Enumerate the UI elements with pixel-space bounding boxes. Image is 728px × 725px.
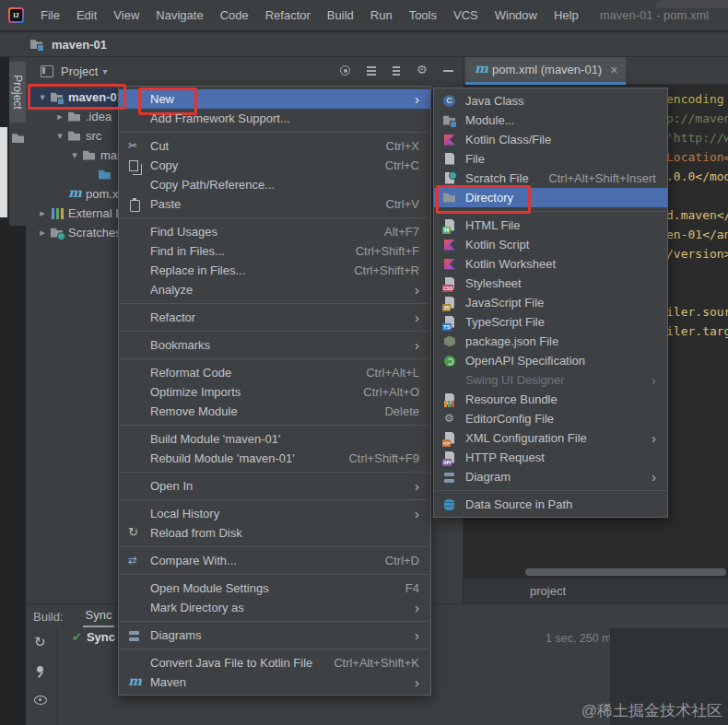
submenu-item[interactable]: Java Class › — [434, 91, 667, 111]
expand-all-icon[interactable] — [364, 64, 380, 78]
submenu-item[interactable]: JavaScript File › — [434, 293, 667, 312]
tree-chevron-icon[interactable]: ▾ — [53, 130, 67, 142]
menubar-item[interactable]: Refactor — [257, 0, 319, 31]
submenu-item[interactable]: TypeScript File › — [434, 312, 667, 332]
context-menu-item[interactable]: Paste Ctrl+V › — [119, 194, 430, 214]
code-line — [666, 283, 728, 302]
tree-chevron-icon[interactable]: ▾ — [67, 149, 82, 161]
context-menu-item[interactable]: Open Module Settings F4 › — [119, 579, 430, 598]
context-menu-item[interactable]: Reload from Disk › — [119, 523, 430, 543]
menu-item-label: Stylesheet — [465, 276, 522, 290]
submenu-item[interactable]: Diagram › — [434, 467, 667, 486]
menubar-item[interactable]: Tools — [401, 0, 445, 31]
maven-icon — [67, 187, 81, 202]
submenu-item[interactable]: Data Source in Path › — [434, 495, 667, 514]
menubar-item[interactable]: Window — [487, 0, 546, 31]
submenu-item[interactable]: Swing UI Designer › — [434, 370, 667, 390]
project-view-icon — [40, 64, 55, 78]
submenu-item[interactable]: XML Configuration File › — [434, 428, 667, 448]
menubar-item[interactable]: Code — [212, 0, 257, 31]
submenu-item[interactable]: Directory › — [434, 188, 667, 207]
submenu-item[interactable]: EditorConfig File › — [434, 409, 667, 428]
paste-icon — [127, 197, 143, 212]
context-menu-item[interactable]: Maven › — [119, 672, 430, 692]
submenu-item[interactable]: Scratch File Ctrl+Alt+Shift+Insert › — [434, 169, 667, 188]
submenu-item[interactable]: Kotlin Worksheet › — [434, 254, 667, 274]
menubar-item[interactable]: VCS — [445, 0, 487, 31]
submenu-item[interactable]: Kotlin Class/File › — [434, 130, 667, 149]
chevron-down-icon[interactable]: ▾ — [102, 66, 107, 76]
tree-chevron-icon[interactable]: ▸ — [35, 227, 50, 239]
tree-chevron-icon[interactable]: ▸ — [53, 111, 67, 123]
menu-item-label: Open In — [150, 479, 193, 493]
context-menu-item[interactable]: New › — [119, 89, 430, 109]
submenu-item[interactable]: package.json File › — [434, 332, 667, 351]
context-menu-item[interactable]: Mark Directory as › — [119, 598, 430, 617]
context-menu-item[interactable]: Replace in Files... Ctrl+Shift+R › — [119, 261, 430, 280]
context-menu-item[interactable]: Local History › — [119, 504, 430, 523]
submenu-item[interactable]: HTML File › — [434, 216, 667, 235]
context-menu-item[interactable]: Copy Ctrl+C › — [119, 156, 430, 175]
locate-icon[interactable] — [338, 64, 354, 78]
horizontal-scrollbar[interactable] — [525, 568, 726, 576]
navbar-module[interactable]: maven-01 — [52, 38, 107, 52]
submenu-item[interactable]: File › — [434, 149, 667, 169]
pin-icon[interactable] — [33, 664, 49, 679]
menubar-item[interactable]: Build — [319, 0, 362, 31]
context-menu-item[interactable]: Diagrams › — [119, 626, 430, 645]
context-menu-item[interactable]: Build Module 'maven-01' › — [119, 429, 430, 449]
menu-item-label: Java Class — [465, 94, 524, 108]
breadcrumb-item[interactable]: project — [530, 584, 566, 598]
context-menu-item[interactable]: Convert Java File to Kotlin File Ctrl+Al… — [119, 653, 430, 672]
context-menu-item[interactable]: Add Framework Support... › — [119, 109, 430, 128]
submenu-item[interactable]: Stylesheet › — [434, 274, 667, 293]
menu-item-label: Mark Directory as — [150, 601, 244, 614]
project-view-title[interactable]: Project — [61, 64, 98, 78]
collapse-all-icon[interactable] — [390, 64, 405, 78]
context-menu-item[interactable]: Find Usages Alt+F7 › — [119, 222, 430, 241]
submenu-item[interactable]: Module... › — [434, 111, 667, 130]
kotlin-icon — [442, 257, 458, 272]
submenu-item[interactable]: OpenAPI Specification › — [434, 351, 667, 370]
editor-tab-pomxml[interactable]: pom.xml (maven-01) × — [465, 57, 626, 85]
build-tab-sync[interactable]: Sync — [83, 606, 115, 627]
preview-icon[interactable] — [33, 693, 49, 707]
context-menu-item[interactable]: Analyze › — [119, 280, 430, 299]
scratch-file-icon — [442, 171, 458, 186]
menubar-item[interactable]: View — [105, 0, 147, 31]
tree-row-label: .idea — [86, 110, 112, 123]
submenu-item[interactable]: HTTP Request › — [434, 448, 667, 467]
menu-separator — [120, 499, 429, 500]
menu-item-label: Reload from Disk — [150, 526, 242, 540]
menubar-item[interactable]: Edit — [68, 0, 105, 31]
submenu-item[interactable]: Resource Bundle › — [434, 390, 667, 409]
context-menu-item[interactable]: Compare With... Ctrl+D › — [119, 551, 430, 570]
menu-item-label: Data Source in Path — [465, 497, 572, 511]
menu-item-label: Module... — [465, 113, 514, 127]
close-tab-icon[interactable]: × — [610, 63, 617, 77]
tree-chevron-icon[interactable]: ▸ — [35, 207, 50, 219]
context-menu-item[interactable]: Bookmarks › — [119, 335, 430, 355]
hide-icon[interactable] — [441, 64, 457, 78]
context-menu-item[interactable]: Copy Path/Reference... › — [119, 175, 430, 194]
success-check-icon — [72, 630, 82, 644]
tree-chevron-icon[interactable]: ▾ — [35, 91, 50, 103]
menu-item-label: Find Usages — [150, 225, 217, 239]
context-menu-item[interactable]: Reformat Code Ctrl+Alt+L › — [119, 363, 430, 382]
refresh-icon[interactable] — [33, 636, 49, 650]
menubar-item[interactable]: Help — [546, 0, 587, 31]
context-menu-item[interactable]: Open In › — [119, 476, 430, 496]
context-menu-item[interactable]: Remove Module Delete › — [119, 402, 430, 421]
context-menu-item[interactable]: Rebuild Module 'maven-01' Ctrl+Shift+F9 … — [119, 449, 430, 468]
menubar-item[interactable]: Navigate — [147, 0, 211, 31]
submenu-item[interactable]: Kotlin Script › — [434, 235, 667, 254]
menubar-item[interactable]: File — [32, 0, 68, 31]
menubar-item[interactable]: Run — [362, 0, 401, 31]
context-menu-item[interactable]: Optimize Imports Ctrl+Alt+O › — [119, 382, 430, 402]
menu-separator — [120, 425, 429, 426]
settings-icon[interactable] — [416, 64, 431, 78]
context-menu-item[interactable]: Cut Ctrl+X › — [119, 136, 430, 156]
context-menu-item[interactable]: Refactor › — [119, 308, 430, 327]
context-menu-item[interactable]: Find in Files... Ctrl+Shift+F › — [119, 241, 430, 261]
project-tool-button[interactable]: Project — [9, 62, 26, 123]
